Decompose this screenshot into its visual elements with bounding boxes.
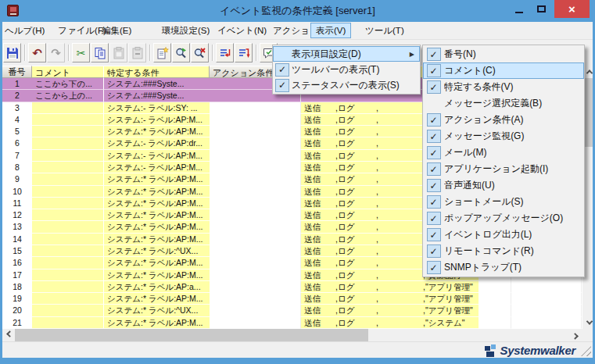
menubar-item[interactable]: 表示(V) [310,23,351,38]
cell-message-send: 送信 [301,102,332,114]
close-button[interactable]: × [554,0,590,18]
submenu-item[interactable]: ✓ メッセージ選択定義(B) [423,95,584,112]
table-row[interactable]: 18 システム:* ラベル:AP:a... 送信 ,ログ , ,"アプリ管理" [2,281,582,293]
save-button[interactable] [3,43,21,62]
cell-comment [32,317,104,329]
cell-message-4: ,"アプリ管理" [420,281,479,293]
menu-item-label: 表示項目設定(D) [292,48,410,61]
cell-message-log: ,ログ [332,257,373,269]
paste-icon [113,47,125,59]
maximize-button[interactable] [530,0,552,18]
check-icon: ✓ [427,244,441,258]
status-bar: Systemwalker [2,341,593,358]
cell-message-3: , [373,245,420,257]
view-menu-item[interactable]: ✓ 表示項目設定(D) ▶ [273,46,420,62]
submenu-item[interactable]: ✓ アプリケーション起動(I) [423,161,584,177]
cell-message-4: ,"アプリ管理" [420,293,479,305]
submenu-item[interactable]: ✓ メール(M) [423,145,584,161]
scroll-down-button[interactable] [583,316,595,329]
cell-empty [479,281,511,293]
resize-grip[interactable] [581,346,591,356]
app-window: イベント監視の条件定義 [server1] × ファイル(F) 編集(E) 環境… [0,0,595,364]
submenu-item[interactable]: ✓ リモートコマンド(R) [423,243,584,259]
title-bar: イベント監視の条件定義 [server1] × [0,0,595,22]
cell-message-log: ,ログ [332,305,373,316]
table-row[interactable]: 19 システム:* ラベル:AP:M... 送信 ,ログ , ,"アプリ管理" [2,293,582,305]
submenu-item[interactable]: ✓ メッセージ監視(G) [423,128,584,145]
cell-number: 17 [2,269,32,281]
cell-number: 2 [2,90,32,102]
copy-button[interactable] [91,43,109,62]
cell-empty [479,305,511,316]
insert-row-button[interactable] [216,43,234,62]
cell-condition: システム:- ラベル:SY: ... [104,102,210,114]
menu-check-gutter: ✓ [273,62,292,77]
cell-number: 10 [2,186,32,198]
cell-condition: システム:* ラベル:AP:M... [104,234,210,245]
submenu-item[interactable]: ✓ SNMPトラップ(T) [423,259,584,276]
systemwalker-logo-text: Systemwalker [500,344,575,357]
menu-check-gutter: ✓ [423,46,444,62]
scroll-left-button[interactable] [2,329,15,341]
menubar-item[interactable]: ヘルプ(H) [0,23,49,38]
paste-special-button[interactable] [128,43,146,62]
cell-action-condition [210,305,301,316]
check-icon: ✓ [427,261,441,274]
menubar-item-label: 環境設定(S) [162,26,210,35]
cut-button[interactable]: ✂ [72,43,90,62]
column-header-number[interactable]: 番号 [2,66,32,78]
redo-button[interactable]: ↷ [47,43,65,62]
menu-item-label: ポップアップメッセージ(O) [444,212,581,225]
view-menu-item[interactable]: ✓ ツールバーの表示(T) ▶ [273,62,420,77]
edit-find-button[interactable] [172,43,190,62]
cell-comment [32,234,104,245]
menu-check-gutter: ✓ [423,128,444,145]
submenu-item[interactable]: ✓ ポップアップメッセージ(O) [423,210,584,227]
menubar-item[interactable]: 編集(E) [97,23,136,38]
cell-message-log: ,ログ [332,137,373,149]
cell-comment [32,293,104,305]
view-menu-item[interactable]: ✓ ステータスバーの表示(S) ▶ [273,77,420,93]
minimize-button[interactable] [508,0,530,18]
menubar-item[interactable]: ツール(T) [360,23,409,38]
cell-message-3: , [373,269,420,281]
table-row[interactable]: 20 システム:* ラベル:^UX... 送信 ,ログ , ,"アプリ管理" [2,305,582,316]
submenu-item[interactable]: ✓ 特定する条件(V) [423,79,584,95]
submenu-item[interactable]: ✓ アクション条件(A) [423,112,584,128]
check-icon: ✓ [427,113,441,127]
horizontal-scrollbar[interactable] [2,329,582,341]
submenu-item[interactable]: ✓ 番号(N) [423,46,584,62]
submenu-arrow-icon: ▶ [410,51,417,58]
column-header-comment[interactable]: コメント [32,66,104,78]
new-definition-button[interactable] [153,43,171,62]
check-icon: ✓ [427,146,441,159]
cell-comment [32,126,104,137]
submenu-item[interactable]: ✓ ショートメール(S) [423,194,584,210]
cell-action-condition [210,317,301,329]
cell-condition: システム:* ラベル:^UX... [104,245,210,257]
submenu-item[interactable]: ✓ コメント(C) [423,62,584,79]
scroll-right-button[interactable] [570,329,582,341]
horizontal-scroll-thumb[interactable] [15,329,368,341]
window-border-bottom [0,358,595,364]
cell-message-3: , [373,162,420,173]
table-row[interactable]: 21 システム:* ラベル:AP:M... 送信 ,ログ , ,"システム" [2,317,582,329]
submenu-item[interactable]: ✓ 音声通知(U) [423,177,584,194]
cell-message-3: , [373,198,420,209]
scroll-up-button[interactable] [583,66,595,78]
menubar-item[interactable]: 環境設定(S) [157,23,214,38]
column-header-condition[interactable]: 特定する条件 [104,66,210,78]
paste-button[interactable] [109,43,127,62]
check-icon: ✓ [275,63,289,77]
cell-action-condition [210,126,301,137]
menubar-item[interactable]: イベント(N) [213,23,271,38]
cell-action-condition [210,245,301,257]
submenu-item[interactable]: ✓ イベントログ出力(L) [423,227,584,243]
delete-find-button[interactable] [191,43,209,62]
cell-empty [511,305,582,316]
menu-item-label: ショートメール(S) [444,195,581,209]
undo-button[interactable]: ↶ [28,43,46,62]
cell-action-condition [210,221,301,233]
append-row-button[interactable] [235,43,253,62]
maximize-icon [537,5,546,12]
